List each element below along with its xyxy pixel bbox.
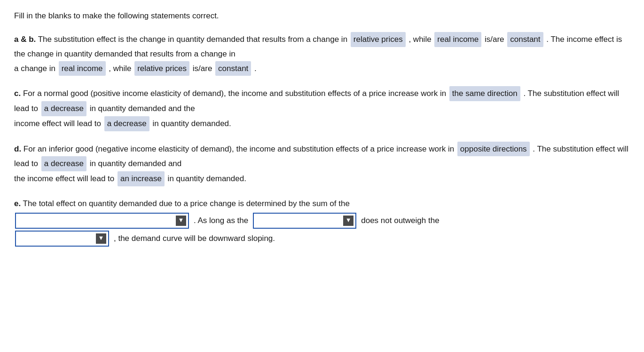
answer-ab-4: real income [59,61,106,76]
section-ab-label: a & b. [14,35,36,44]
section-ab-text3: is/are [485,35,506,44]
section-e-text1: The total effect on quantity demanded du… [23,199,350,208]
answer-d-2: a decrease [41,156,86,171]
section-d-text3: in quantity demanded and [90,159,182,168]
answer-d-1: opposite directions [457,142,530,157]
instruction-text: Fill in the blanks to make the following… [14,11,630,21]
answer-c-2: a decrease [41,101,86,116]
dropdown-3-wrapper[interactable]: substitution effect income effect ▼ [15,231,109,247]
section-d-label: d. [14,144,21,153]
section-c-text1: For a normal good (positive income elast… [23,89,448,98]
section-ab-text5: , while [109,64,134,73]
section-c-label: c. [14,89,21,98]
section-e-label: e. [14,199,21,208]
section-c-text4: in quantity demanded. [152,119,231,128]
answer-ab-5: relative prices [134,61,189,76]
section-e-line3: substitution effect income effect ▼ , th… [14,231,277,247]
section-ab-text7: . [254,64,257,73]
answer-ab-3: constant [507,32,543,47]
section-e-line2: substitution effect income effect ▼ . As… [14,213,441,229]
section-d-text1: For an inferior good (negative income el… [24,144,456,153]
answer-c-1: the same direction [449,86,520,101]
section-e: e. The total effect on quantity demanded… [14,197,630,247]
dropdown-2-wrapper[interactable]: substitution effect income effect ▼ [253,213,356,229]
section-ab-text2: , while [408,35,433,44]
section-ab: a & b. The substitution effect is the ch… [14,32,630,76]
section-d-text4: in quantity demanded. [168,174,246,183]
answer-ab-2: real income [434,32,481,47]
dropdown-2-arrow-icon: ▼ [343,216,353,226]
section-d-text3b: the income effect will lead to [14,174,117,183]
section-d: d. For an inferior good (negative income… [14,142,630,186]
dropdown-1-select[interactable]: substitution effect income effect [18,216,176,224]
dropdown-3-select[interactable]: substitution effect income effect [18,234,96,242]
main-content: Fill in the blanks to make the following… [14,11,630,247]
section-e-text3: does not outweigh the [361,214,439,228]
dropdown-1-wrapper[interactable]: substitution effect income effect ▼ [15,213,189,229]
section-e-text2: . As long as the [194,214,248,228]
section-c: c. For a normal good (positive income el… [14,86,630,131]
section-ab-text1: The substitution effect is the change in… [38,35,350,44]
section-ab-text6: is/are [193,64,214,73]
section-e-text4: , the demand curve will be downward slop… [114,232,275,246]
section-c-text3b: income effect will lead to [14,119,103,128]
section-ab-text4b: a change in [14,64,58,73]
section-c-text3: in quantity demanded and the [90,104,195,113]
answer-ab-6: constant [215,61,251,76]
answer-c-3: a decrease [104,116,149,131]
answer-ab-1: relative prices [351,32,406,47]
dropdown-2-select[interactable]: substitution effect income effect [256,216,343,224]
dropdown-3-arrow-icon: ▼ [96,233,106,244]
answer-d-3: an increase [118,171,165,186]
dropdown-1-arrow-icon: ▼ [176,216,186,226]
